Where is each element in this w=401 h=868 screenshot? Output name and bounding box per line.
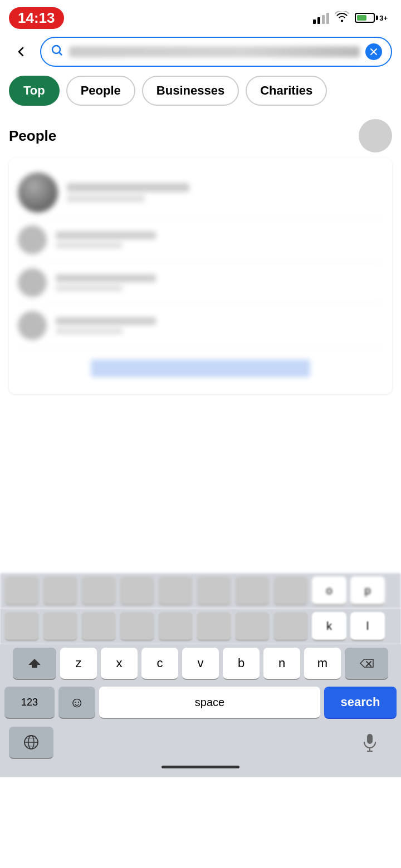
keyboard-row-bottom-letters: z x c v b n m (0, 644, 401, 683)
globe-key[interactable] (9, 727, 53, 759)
avatar (18, 268, 47, 297)
person-info (56, 274, 383, 291)
status-icons: 3+ (313, 11, 388, 24)
status-time: 14:13 (9, 7, 64, 29)
tab-charities[interactable]: Charities (246, 76, 327, 106)
avatar (18, 172, 58, 213)
svg-rect-3 (367, 734, 373, 744)
tab-businesses[interactable]: Businesses (142, 76, 239, 106)
person-item[interactable] (18, 219, 383, 262)
person-name (56, 317, 156, 325)
search-key[interactable]: search (324, 687, 397, 719)
see-more-button[interactable] (91, 359, 310, 377)
person-item[interactable] (18, 262, 383, 304)
person-item[interactable] (18, 304, 383, 347)
search-input-blurred (69, 46, 360, 57)
floating-circle (359, 119, 392, 152)
home-bar (0, 761, 401, 777)
person-name (56, 274, 156, 282)
key-b[interactable]: b (223, 648, 260, 680)
search-input-container[interactable] (40, 37, 392, 67)
key-n[interactable]: n (263, 648, 300, 680)
battery-icon: 3+ (355, 13, 388, 23)
filter-tabs: Top People Businesses Charities (0, 72, 401, 114)
person-info (56, 317, 383, 334)
avatar (18, 311, 47, 340)
people-list (9, 158, 392, 394)
person-sub (56, 243, 123, 248)
tab-people[interactable]: People (66, 76, 135, 106)
emoji-key[interactable]: ☺ (58, 687, 95, 719)
clear-search-button[interactable] (365, 43, 382, 60)
key-c[interactable]: c (141, 648, 178, 680)
status-bar: 14:13 3+ (0, 0, 401, 33)
key-z[interactable]: z (60, 648, 97, 680)
keyboard[interactable]: z x c v b n m 123 ☺ space search (0, 644, 401, 777)
tab-top[interactable]: Top (9, 76, 60, 106)
person-name (56, 231, 156, 239)
search-icon (50, 43, 63, 60)
signal-icon (313, 12, 329, 24)
delete-key[interactable] (345, 648, 388, 680)
keyboard-accessory-row (0, 723, 401, 761)
wifi-icon (335, 11, 349, 24)
home-indicator (162, 766, 239, 768)
person-name (67, 183, 189, 192)
keyboard-bottom-row: 123 ☺ space search (0, 683, 401, 723)
person-item[interactable] (18, 167, 383, 219)
keyboard-partial-row2: k l (0, 609, 401, 644)
key-x[interactable]: x (101, 648, 138, 680)
avatar (18, 225, 47, 254)
person-sub (67, 195, 145, 202)
key-123[interactable]: 123 (4, 687, 55, 719)
person-info (67, 183, 383, 202)
space-key[interactable]: space (99, 687, 320, 719)
person-sub (56, 285, 123, 291)
keyboard-partial-row1: o p (0, 573, 401, 609)
people-section-header: People (0, 114, 401, 158)
person-info (56, 231, 383, 248)
battery-label: 3+ (379, 14, 388, 22)
key-v[interactable]: v (182, 648, 219, 680)
search-bar-row (0, 33, 401, 72)
key-m[interactable]: m (304, 648, 341, 680)
section-title-people: People (9, 127, 56, 145)
back-button[interactable] (9, 40, 33, 64)
shift-key[interactable] (13, 648, 56, 680)
person-sub (56, 328, 123, 334)
mic-key[interactable] (348, 727, 392, 759)
people-list-inner (9, 158, 392, 394)
